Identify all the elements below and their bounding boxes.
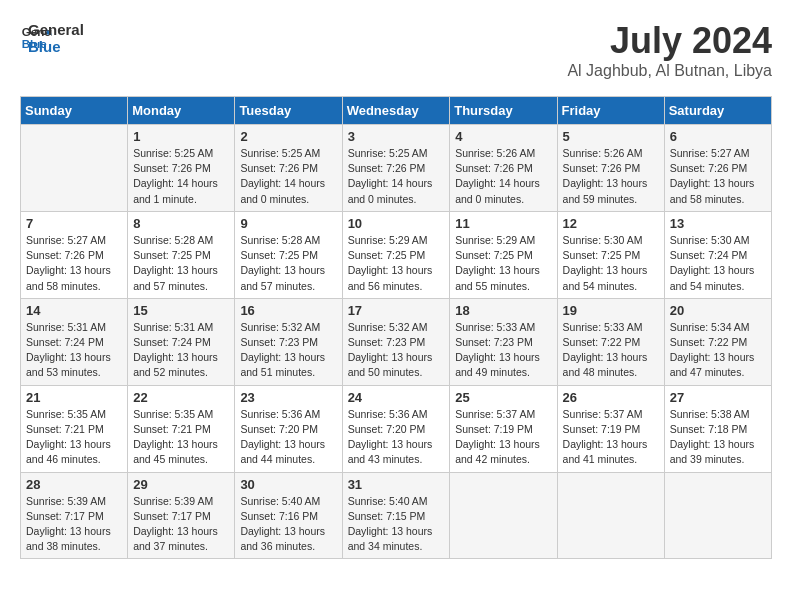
- col-header-thursday: Thursday: [450, 97, 557, 125]
- calendar-cell: 9Sunrise: 5:28 AM Sunset: 7:25 PM Daylig…: [235, 211, 342, 298]
- week-row-4: 21Sunrise: 5:35 AM Sunset: 7:21 PM Dayli…: [21, 385, 772, 472]
- calendar-cell: 29Sunrise: 5:39 AM Sunset: 7:17 PM Dayli…: [128, 472, 235, 559]
- calendar-cell: 2Sunrise: 5:25 AM Sunset: 7:26 PM Daylig…: [235, 125, 342, 212]
- location: Al Jaghbub, Al Butnan, Libya: [567, 62, 772, 80]
- day-info: Sunrise: 5:39 AM Sunset: 7:17 PM Dayligh…: [26, 494, 122, 555]
- calendar-cell: [21, 125, 128, 212]
- calendar-cell: 7Sunrise: 5:27 AM Sunset: 7:26 PM Daylig…: [21, 211, 128, 298]
- day-info: Sunrise: 5:26 AM Sunset: 7:26 PM Dayligh…: [563, 146, 659, 207]
- col-header-sunday: Sunday: [21, 97, 128, 125]
- calendar-cell: 31Sunrise: 5:40 AM Sunset: 7:15 PM Dayli…: [342, 472, 450, 559]
- col-header-tuesday: Tuesday: [235, 97, 342, 125]
- day-number: 25: [455, 390, 551, 405]
- day-info: Sunrise: 5:36 AM Sunset: 7:20 PM Dayligh…: [348, 407, 445, 468]
- day-number: 15: [133, 303, 229, 318]
- col-header-saturday: Saturday: [664, 97, 771, 125]
- calendar-cell: 27Sunrise: 5:38 AM Sunset: 7:18 PM Dayli…: [664, 385, 771, 472]
- page-header: General Blue General Blue July 2024 Al J…: [20, 20, 772, 80]
- month-title: July 2024: [567, 20, 772, 62]
- calendar-cell: 19Sunrise: 5:33 AM Sunset: 7:22 PM Dayli…: [557, 298, 664, 385]
- day-number: 8: [133, 216, 229, 231]
- calendar-cell: 17Sunrise: 5:32 AM Sunset: 7:23 PM Dayli…: [342, 298, 450, 385]
- day-info: Sunrise: 5:29 AM Sunset: 7:25 PM Dayligh…: [348, 233, 445, 294]
- day-number: 21: [26, 390, 122, 405]
- day-number: 29: [133, 477, 229, 492]
- day-info: Sunrise: 5:39 AM Sunset: 7:17 PM Dayligh…: [133, 494, 229, 555]
- header-row: SundayMondayTuesdayWednesdayThursdayFrid…: [21, 97, 772, 125]
- day-number: 22: [133, 390, 229, 405]
- calendar-cell: 12Sunrise: 5:30 AM Sunset: 7:25 PM Dayli…: [557, 211, 664, 298]
- day-number: 27: [670, 390, 766, 405]
- col-header-friday: Friday: [557, 97, 664, 125]
- day-info: Sunrise: 5:30 AM Sunset: 7:25 PM Dayligh…: [563, 233, 659, 294]
- calendar-table: SundayMondayTuesdayWednesdayThursdayFrid…: [20, 96, 772, 559]
- calendar-cell: 8Sunrise: 5:28 AM Sunset: 7:25 PM Daylig…: [128, 211, 235, 298]
- calendar-cell: 21Sunrise: 5:35 AM Sunset: 7:21 PM Dayli…: [21, 385, 128, 472]
- calendar-cell: 4Sunrise: 5:26 AM Sunset: 7:26 PM Daylig…: [450, 125, 557, 212]
- day-number: 1: [133, 129, 229, 144]
- calendar-cell: 14Sunrise: 5:31 AM Sunset: 7:24 PM Dayli…: [21, 298, 128, 385]
- day-number: 19: [563, 303, 659, 318]
- day-number: 18: [455, 303, 551, 318]
- calendar-cell: 11Sunrise: 5:29 AM Sunset: 7:25 PM Dayli…: [450, 211, 557, 298]
- calendar-cell: 25Sunrise: 5:37 AM Sunset: 7:19 PM Dayli…: [450, 385, 557, 472]
- day-info: Sunrise: 5:27 AM Sunset: 7:26 PM Dayligh…: [26, 233, 122, 294]
- day-info: Sunrise: 5:36 AM Sunset: 7:20 PM Dayligh…: [240, 407, 336, 468]
- day-number: 14: [26, 303, 122, 318]
- day-info: Sunrise: 5:25 AM Sunset: 7:26 PM Dayligh…: [240, 146, 336, 207]
- day-number: 20: [670, 303, 766, 318]
- day-info: Sunrise: 5:27 AM Sunset: 7:26 PM Dayligh…: [670, 146, 766, 207]
- week-row-3: 14Sunrise: 5:31 AM Sunset: 7:24 PM Dayli…: [21, 298, 772, 385]
- logo-line2: Blue: [28, 39, 84, 56]
- day-number: 28: [26, 477, 122, 492]
- day-info: Sunrise: 5:28 AM Sunset: 7:25 PM Dayligh…: [133, 233, 229, 294]
- day-info: Sunrise: 5:31 AM Sunset: 7:24 PM Dayligh…: [26, 320, 122, 381]
- day-number: 12: [563, 216, 659, 231]
- day-number: 30: [240, 477, 336, 492]
- logo: General Blue General Blue: [20, 20, 84, 55]
- day-info: Sunrise: 5:31 AM Sunset: 7:24 PM Dayligh…: [133, 320, 229, 381]
- day-info: Sunrise: 5:32 AM Sunset: 7:23 PM Dayligh…: [240, 320, 336, 381]
- logo-line1: General: [28, 22, 84, 39]
- day-info: Sunrise: 5:37 AM Sunset: 7:19 PM Dayligh…: [455, 407, 551, 468]
- day-info: Sunrise: 5:38 AM Sunset: 7:18 PM Dayligh…: [670, 407, 766, 468]
- calendar-cell: [450, 472, 557, 559]
- day-info: Sunrise: 5:29 AM Sunset: 7:25 PM Dayligh…: [455, 233, 551, 294]
- calendar-cell: [557, 472, 664, 559]
- calendar-cell: 26Sunrise: 5:37 AM Sunset: 7:19 PM Dayli…: [557, 385, 664, 472]
- day-number: 23: [240, 390, 336, 405]
- day-info: Sunrise: 5:25 AM Sunset: 7:26 PM Dayligh…: [348, 146, 445, 207]
- calendar-cell: 15Sunrise: 5:31 AM Sunset: 7:24 PM Dayli…: [128, 298, 235, 385]
- day-info: Sunrise: 5:26 AM Sunset: 7:26 PM Dayligh…: [455, 146, 551, 207]
- day-number: 11: [455, 216, 551, 231]
- day-number: 26: [563, 390, 659, 405]
- calendar-cell: 5Sunrise: 5:26 AM Sunset: 7:26 PM Daylig…: [557, 125, 664, 212]
- title-block: July 2024 Al Jaghbub, Al Butnan, Libya: [567, 20, 772, 80]
- calendar-cell: 10Sunrise: 5:29 AM Sunset: 7:25 PM Dayli…: [342, 211, 450, 298]
- day-number: 24: [348, 390, 445, 405]
- day-info: Sunrise: 5:40 AM Sunset: 7:15 PM Dayligh…: [348, 494, 445, 555]
- day-info: Sunrise: 5:33 AM Sunset: 7:22 PM Dayligh…: [563, 320, 659, 381]
- day-info: Sunrise: 5:30 AM Sunset: 7:24 PM Dayligh…: [670, 233, 766, 294]
- day-number: 4: [455, 129, 551, 144]
- week-row-1: 1Sunrise: 5:25 AM Sunset: 7:26 PM Daylig…: [21, 125, 772, 212]
- day-info: Sunrise: 5:32 AM Sunset: 7:23 PM Dayligh…: [348, 320, 445, 381]
- calendar-cell: 16Sunrise: 5:32 AM Sunset: 7:23 PM Dayli…: [235, 298, 342, 385]
- calendar-cell: 18Sunrise: 5:33 AM Sunset: 7:23 PM Dayli…: [450, 298, 557, 385]
- col-header-wednesday: Wednesday: [342, 97, 450, 125]
- calendar-cell: [664, 472, 771, 559]
- calendar-cell: 28Sunrise: 5:39 AM Sunset: 7:17 PM Dayli…: [21, 472, 128, 559]
- day-info: Sunrise: 5:37 AM Sunset: 7:19 PM Dayligh…: [563, 407, 659, 468]
- day-number: 16: [240, 303, 336, 318]
- calendar-cell: 1Sunrise: 5:25 AM Sunset: 7:26 PM Daylig…: [128, 125, 235, 212]
- week-row-2: 7Sunrise: 5:27 AM Sunset: 7:26 PM Daylig…: [21, 211, 772, 298]
- day-info: Sunrise: 5:35 AM Sunset: 7:21 PM Dayligh…: [26, 407, 122, 468]
- calendar-cell: 24Sunrise: 5:36 AM Sunset: 7:20 PM Dayli…: [342, 385, 450, 472]
- calendar-cell: 30Sunrise: 5:40 AM Sunset: 7:16 PM Dayli…: [235, 472, 342, 559]
- calendar-cell: 13Sunrise: 5:30 AM Sunset: 7:24 PM Dayli…: [664, 211, 771, 298]
- day-number: 17: [348, 303, 445, 318]
- day-info: Sunrise: 5:34 AM Sunset: 7:22 PM Dayligh…: [670, 320, 766, 381]
- day-number: 3: [348, 129, 445, 144]
- day-number: 6: [670, 129, 766, 144]
- calendar-cell: 22Sunrise: 5:35 AM Sunset: 7:21 PM Dayli…: [128, 385, 235, 472]
